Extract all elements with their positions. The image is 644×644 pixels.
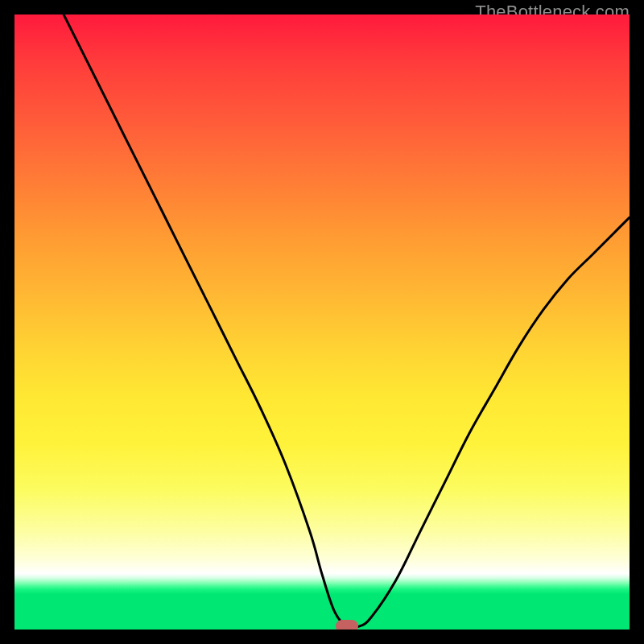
bottleneck-curve [64,14,630,628]
plot-area [14,14,630,630]
chart-container: TheBottleneck.com [0,0,644,644]
optimal-marker [336,620,358,630]
curve-layer [14,14,630,630]
